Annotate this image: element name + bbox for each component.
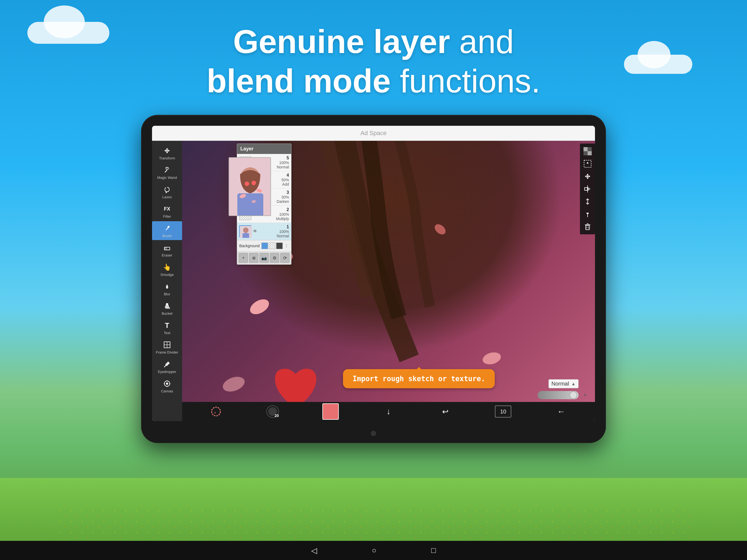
tablet: Ad Space Transform [141,115,606,443]
svg-point-27 [481,351,502,366]
layer-background-bar: Background ⋮ [237,240,291,251]
layer-panel-title: Layer [240,146,254,152]
opacity-knob[interactable] [570,391,577,399]
brush-size-btn[interactable]: 20 [266,405,279,418]
bg-color-blue [261,243,268,249]
blend-mode-label: Normal [551,381,569,387]
svg-point-29 [221,374,247,394]
tool-smudge[interactable]: 👆 Smudge [152,260,182,279]
color-swatch-btn[interactable] [323,403,339,420]
flip-tool-btn[interactable] [582,183,594,195]
tool-text[interactable]: T Text [152,318,182,337]
svg-point-33 [245,182,249,186]
smudge-label: Smudge [160,273,174,277]
tool-filter[interactable]: FX Filter [152,202,182,221]
title-area: Genuine layer and blend mode functions. [0,22,747,101]
thumbnail-preview [229,157,271,216]
tool-eyedropper[interactable]: Eyedropper [152,357,182,376]
layer-merge-btn[interactable]: ⚙ [270,253,279,263]
layer-1-eye[interactable]: 👁 [253,229,257,234]
svg-point-2 [166,167,168,170]
smudge-icon: 👆 [162,262,172,272]
title-bold-1: Genuine layer [233,23,450,60]
svg-line-18 [164,366,165,367]
layer-delete-btn[interactable]: ⟳ [280,253,289,263]
flowers [55,505,692,546]
layer-copy-btn[interactable]: ⊕ [249,253,258,263]
tooltip-bubble: Import rough sketch or texture. [343,369,495,388]
blend-dropdown-arrow: ▲ [571,381,575,386]
background-label: Background [239,244,260,248]
svg-rect-43 [584,151,588,155]
ad-bar: Ad Space [152,126,595,141]
delete-layer-btn[interactable] [582,221,594,233]
layer-options-btn[interactable]: ⋮ [284,242,289,250]
svg-point-34 [252,181,256,185]
arrow-right-btn[interactable]: ← [554,405,568,418]
layer-1-blend: Normal [277,234,289,238]
resize-tool-btn[interactable] [582,196,594,207]
layer-4-blend: Add [282,182,289,186]
canvas-label: Canvas [161,389,173,393]
blur-icon [162,282,172,291]
eyedropper-icon [162,359,172,369]
layer-2-blend: Multiply [276,217,289,221]
text-label: Text [164,331,170,335]
normal-blend-dropdown[interactable]: Normal ▲ [548,379,578,388]
move-down-btn[interactable] [582,208,594,220]
tool-lasso[interactable]: Lasso [152,182,182,201]
tool-frame-divider[interactable]: Frame Divider [152,338,182,357]
svg-point-0 [166,150,168,152]
ad-bar-text: Ad Space [360,130,386,137]
tool-eraser[interactable]: Eraser [152,240,182,259]
tool-magic-wand[interactable]: Magic Wand [152,163,182,182]
layer-1-num: 1 [287,225,289,229]
tool-transform[interactable]: Transform [152,144,182,162]
layer-camera-btn[interactable]: 📷 [259,253,269,263]
bg-color-checker [269,243,275,249]
svg-point-45 [587,176,588,177]
bucket-icon [162,301,172,311]
layer-1-thumb [239,225,251,237]
tool-brush[interactable]: Brush [152,221,182,240]
selection-btn[interactable] [209,405,223,418]
checker-tool-btn[interactable] [582,145,594,157]
opacity-slider[interactable]: + [538,391,578,399]
transform-tool-btn[interactable] [582,170,594,182]
recent-button[interactable]: □ [431,546,436,555]
transform-label: Transform [159,156,175,160]
svg-point-39 [243,228,249,233]
bucket-label: Bucket [162,311,173,315]
thumb-art [229,158,271,216]
back-button[interactable]: ◁ [311,546,317,555]
download-btn[interactable]: ↓ [382,405,395,418]
magic-wand-label: Magic Wand [157,176,177,180]
canvas-area: Layer 👁 5 100% Normal [182,141,595,421]
svg-point-54 [212,407,221,416]
layer-item-1[interactable]: 👁 1 100% Normal [237,223,291,240]
svg-point-20 [166,383,168,385]
title-line1: Genuine layer and [0,22,747,61]
eraser-icon [162,243,172,253]
app-area: Transform [152,141,595,421]
brush-label: Brush [162,234,172,238]
svg-line-4 [168,167,169,168]
opacity-plus-btn[interactable]: + [583,391,587,399]
android-nav-bar: ◁ ○ □ [0,541,747,560]
layer-5-opacity: 100% [279,160,289,165]
transform-icon [162,146,172,156]
layer-2-num: 2 [287,207,289,212]
undo-btn[interactable]: ↩ [438,405,452,418]
home-button[interactable]: ○ [372,546,377,555]
svg-point-28 [433,222,447,236]
filter-icon: FX [162,204,172,214]
tool-blur[interactable]: Blur [152,279,182,298]
tool-bucket[interactable]: Bucket [152,299,182,318]
layer-panel-header: Layer [237,144,291,154]
svg-rect-49 [586,225,590,230]
selection-move-btn[interactable] [582,158,594,170]
layer-count-btn[interactable]: 10 [495,406,511,417]
layer-1-opacity: 100% [279,229,289,234]
layer-add-btn[interactable]: + [239,253,248,263]
tool-canvas[interactable]: Canvas [152,377,182,396]
